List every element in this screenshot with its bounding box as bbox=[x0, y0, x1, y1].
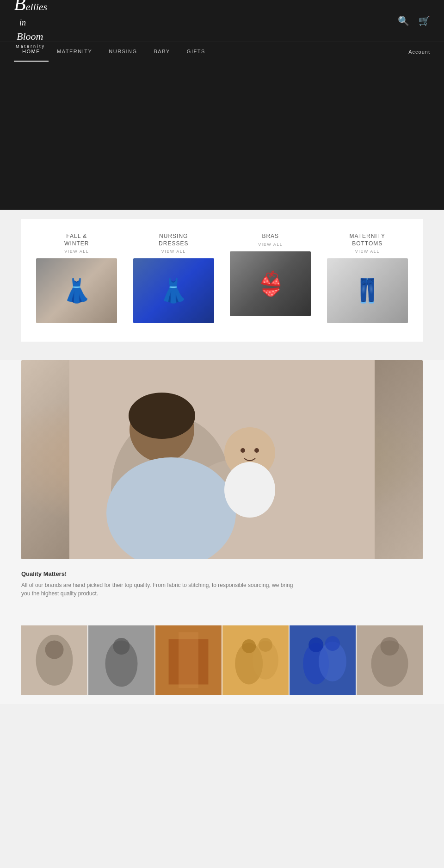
instagram-item-2[interactable] bbox=[88, 625, 154, 695]
categories-section: FALL &WINTER VIEW ALL NURSINGDRESSES VIE… bbox=[21, 219, 423, 342]
quality-section: Quality Matters! All of our brands are h… bbox=[0, 360, 444, 612]
categories-grid: FALL &WINTER VIEW ALL NURSINGDRESSES VIE… bbox=[31, 233, 413, 323]
svg-point-32 bbox=[381, 637, 399, 656]
category-fall-winter-title: FALL &WINTER bbox=[36, 233, 117, 247]
svg-point-5 bbox=[129, 393, 195, 439]
category-fall-winter-image bbox=[36, 258, 117, 323]
category-bras[interactable]: BRAS VIEW ALL bbox=[230, 233, 311, 323]
main-nav: HOME MATERNITY NURSING BABY GIFTS Accoun… bbox=[0, 42, 444, 62]
instagram-grid bbox=[21, 625, 423, 695]
nav-links: HOME MATERNITY NURSING BABY GIFTS bbox=[14, 42, 214, 62]
instagram-item-3[interactable] bbox=[155, 625, 222, 695]
category-fall-winter-viewall[interactable]: VIEW ALL bbox=[36, 249, 117, 254]
nav-item-gifts[interactable]: GIFTS bbox=[179, 42, 214, 62]
header-icons: 🔍 🛒 bbox=[398, 15, 430, 26]
hero-section bbox=[0, 62, 444, 210]
quality-text-block: Quality Matters! All of our brands are h… bbox=[21, 559, 423, 612]
quality-image-content bbox=[21, 360, 423, 559]
instagram-section bbox=[0, 612, 444, 695]
logo[interactable]: Bellies in Bloom Maternity bbox=[14, 0, 47, 49]
svg-rect-19 bbox=[179, 632, 198, 688]
instagram-item-4[interactable] bbox=[222, 625, 289, 695]
quality-description: All of our brands are hand picked for th… bbox=[21, 581, 299, 598]
nav-item-nursing[interactable]: NURSING bbox=[100, 42, 145, 62]
quality-image bbox=[21, 360, 423, 559]
category-maternity-bottoms-viewall[interactable]: VIEW ALL bbox=[327, 249, 408, 254]
category-bras-viewall[interactable]: VIEW ALL bbox=[230, 242, 311, 247]
account-link[interactable]: Account bbox=[408, 49, 430, 55]
svg-point-8 bbox=[224, 462, 275, 518]
svg-point-29 bbox=[325, 636, 340, 651]
category-bras-image bbox=[230, 251, 311, 316]
category-maternity-bottoms[interactable]: MATERNITYBOTTOMS VIEW ALL bbox=[327, 233, 408, 323]
category-maternity-bottoms-image bbox=[327, 258, 408, 323]
site-header: Bellies in Bloom Maternity 🔍 🛒 bbox=[0, 0, 444, 42]
svg-point-16 bbox=[113, 638, 130, 655]
category-nursing-dresses-viewall[interactable]: VIEW ALL bbox=[133, 249, 214, 254]
svg-point-24 bbox=[259, 638, 272, 652]
svg-point-10 bbox=[254, 448, 259, 453]
svg-point-23 bbox=[242, 639, 256, 653]
cart-icon[interactable]: 🛒 bbox=[419, 15, 430, 26]
nav-item-maternity[interactable]: MATERNITY bbox=[49, 42, 100, 62]
category-nursing-dresses-image bbox=[133, 258, 214, 323]
quality-photo-svg bbox=[69, 360, 375, 559]
nav-item-baby[interactable]: BABY bbox=[145, 42, 178, 62]
svg-point-9 bbox=[240, 448, 245, 453]
bottom-spacer bbox=[0, 695, 444, 704]
instagram-item-1[interactable] bbox=[21, 625, 87, 695]
svg-point-28 bbox=[308, 637, 323, 652]
instagram-item-6[interactable] bbox=[357, 625, 423, 695]
category-fall-winter[interactable]: FALL &WINTER VIEW ALL bbox=[36, 233, 117, 323]
category-bras-title: BRAS bbox=[230, 233, 311, 240]
category-nursing-dresses-title: NURSINGDRESSES bbox=[133, 233, 214, 247]
svg-point-13 bbox=[45, 641, 64, 659]
instagram-item-5[interactable] bbox=[290, 625, 356, 695]
nav-item-home[interactable]: HOME bbox=[14, 42, 49, 62]
category-nursing-dresses[interactable]: NURSINGDRESSES VIEW ALL bbox=[133, 233, 214, 323]
quality-title: Quality Matters! bbox=[21, 570, 423, 577]
search-icon[interactable]: 🔍 bbox=[398, 15, 409, 26]
category-maternity-bottoms-title: MATERNITYBOTTOMS bbox=[327, 233, 408, 247]
